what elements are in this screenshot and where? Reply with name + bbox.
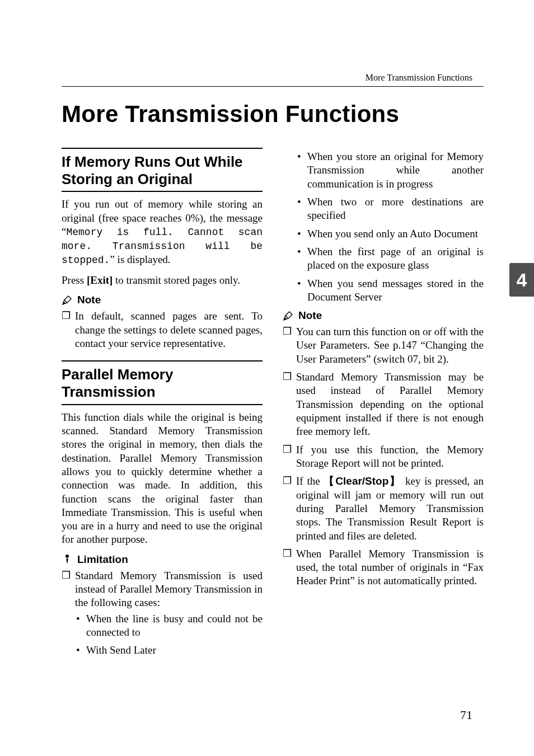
list-item: Standard Memory Transmission is used ins… <box>62 569 263 658</box>
chapter-title: More Transmission Functions <box>62 101 484 128</box>
list-item: If you use this function, the Memory Sto… <box>283 443 484 471</box>
text: If the <box>296 475 324 487</box>
limitation-heading: Limitation <box>62 553 263 566</box>
text: ” is displayed. <box>110 253 170 265</box>
pencil-icon <box>283 310 294 321</box>
left-column: If Memory Runs Out While Storing an Orig… <box>62 148 263 662</box>
list-item: When you send only an Auto Document <box>296 227 484 241</box>
pencil-icon <box>62 294 73 306</box>
sub-list: When the line is busy and could not be c… <box>75 612 263 658</box>
ui-key-exit: [Exit] <box>87 274 113 286</box>
continuation-sub-list: When you store an original for Memory Tr… <box>296 150 484 304</box>
limitation-label: Limitation <box>77 553 128 566</box>
note-label: Note <box>298 309 322 322</box>
section-title-parallel-memory: Parallel Memory Transmission <box>62 366 263 400</box>
text: to transmit stored pages only. <box>113 274 240 286</box>
section-title-memory-runs-out: If Memory Runs Out While Storing an Orig… <box>62 153 263 187</box>
section-rule <box>62 360 263 361</box>
svg-point-0 <box>65 555 69 558</box>
list-item: In default, scanned pages are sent. To c… <box>62 309 263 350</box>
list-item: When you send messages stored in the Doc… <box>296 277 484 304</box>
note-heading: Note <box>283 309 484 322</box>
list-item: Standard Memory Transmission may be used… <box>283 370 484 439</box>
exclamation-icon <box>62 554 73 565</box>
note-list: You can turn this function on or off wit… <box>283 325 484 588</box>
list-item: When the first page of an original is pl… <box>296 245 484 273</box>
right-column: When you store an original for Memory Tr… <box>283 148 484 662</box>
body-paragraph: If you run out of memory while storing a… <box>62 198 263 267</box>
list-item: With Send Later <box>75 644 263 657</box>
section-rule <box>62 148 263 149</box>
list-item: When you store an original for Memory Tr… <box>296 150 484 191</box>
open-bracket: 【 <box>324 475 335 487</box>
limitation-list: Standard Memory Transmission is used ins… <box>62 569 263 658</box>
text: Press <box>62 274 87 286</box>
list-item: When Parallel Memory Transmission is use… <box>283 547 484 588</box>
running-head: More Transmission Functions <box>366 73 472 83</box>
note-list: In default, scanned pages are sent. To c… <box>62 309 263 350</box>
page-tab: 4 <box>509 263 534 297</box>
note-heading: Note <box>62 294 263 306</box>
page-number: 71 <box>460 708 472 722</box>
section-rule <box>62 191 263 192</box>
text: Standard Memory Transmission is used ins… <box>75 570 263 609</box>
list-item: When the line is busy and could not be c… <box>75 612 263 640</box>
ui-key-clear-stop: Clear/Stop <box>335 475 388 487</box>
close-bracket: 】 <box>388 475 401 487</box>
body-paragraph: Press [Exit] to transmit stored pages on… <box>62 274 263 287</box>
note-label: Note <box>77 294 101 306</box>
two-column-layout: If Memory Runs Out While Storing an Orig… <box>62 148 484 662</box>
list-item: When two or more destinations are specif… <box>296 195 484 223</box>
header-rule <box>62 86 484 87</box>
body-paragraph: This function dials while the original i… <box>62 411 263 547</box>
list-item: You can turn this function on or off wit… <box>283 325 484 366</box>
section-rule <box>62 404 263 405</box>
list-item: If the 【Clear/Stop】 key is pressed, an o… <box>283 475 484 543</box>
